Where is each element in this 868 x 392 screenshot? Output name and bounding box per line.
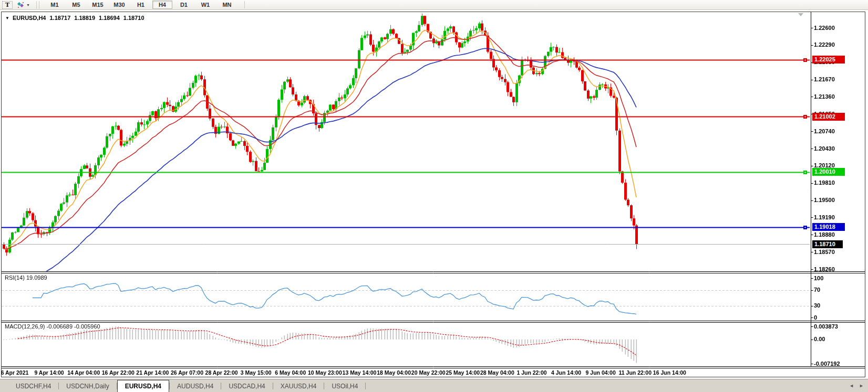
crayons-icon [17, 2, 25, 8]
symbol-dropdown-icon[interactable]: ▼ [5, 16, 9, 20]
tabs-scroll-left-button[interactable]: ◄ [849, 383, 854, 389]
toolbar-separator [244, 1, 245, 8]
chart-tab-usdcnh-daily[interactable]: USDCNH,Daily [59, 381, 116, 392]
chart-tab-bar: USDCHF,H4USDCNH,DailyEURUSD,H4AUDUSD,H4U… [0, 379, 868, 392]
timeframe-button-h1[interactable]: H1 [131, 1, 151, 9]
chart-title: ▼ EURUSD,H4 1.18717 1.18819 1.18694 1.18… [5, 15, 144, 21]
ohlc-close: 1.18710 [123, 15, 144, 21]
dropdown-arrow-icon: ▼ [26, 3, 30, 7]
ohlc-high: 1.18819 [74, 15, 95, 21]
price-level-label[interactable]: 1.22025 [812, 56, 845, 63]
chart-tab-audusd-h4[interactable]: AUDUSD,H4 [170, 381, 221, 392]
chart-tab-usdcad-h4[interactable]: USDCAD,H4 [221, 381, 272, 392]
ohlc-low: 1.18694 [99, 15, 120, 21]
mt4-terminal: T ▼ M1M5M15M30H1H4D1W1MN ▼ EURUSD,H4 1.1… [0, 0, 868, 392]
timeframe-button-h4[interactable]: H4 [152, 1, 172, 9]
timeframe-button-m5[interactable]: M5 [66, 1, 86, 9]
symbol-label: EURUSD,H4 [13, 15, 46, 21]
timeframe-button-d1[interactable]: D1 [174, 1, 194, 9]
toolbar: T ▼ M1M5M15M30H1H4D1W1MN [0, 0, 868, 10]
price-level-label[interactable]: 1.19018 [812, 223, 845, 231]
price-axis[interactable] [812, 12, 868, 366]
price-level-label[interactable]: 1.21002 [812, 113, 845, 121]
text-tool-button[interactable]: T [2, 1, 13, 9]
chart-tab-usdchf-h4[interactable]: USDCHF,H4 [8, 381, 58, 392]
macd-indicator-label: MACD(12,26,9) -0.006689 -0.005960 [5, 323, 100, 330]
tabs-scroll-right-button[interactable]: ► [859, 383, 864, 389]
chart-shift-marker-icon[interactable] [798, 13, 803, 16]
chart-window: ▼ EURUSD,H4 1.18717 1.18819 1.18694 1.18… [1, 12, 865, 377]
ohlc-open: 1.18717 [50, 15, 71, 21]
price-chart-canvas[interactable] [2, 12, 865, 377]
timeframe-button-m15[interactable]: M15 [88, 1, 108, 9]
timeframe-button-m30[interactable]: M30 [109, 1, 129, 9]
price-level-label[interactable]: 1.20010 [812, 168, 845, 176]
toolbar-grip[interactable] [36, 2, 39, 8]
chart-colors-button[interactable]: ▼ [17, 2, 30, 8]
timeframe-toolbar: M1M5M15M30H1H4D1W1MN [45, 1, 237, 9]
rsi-indicator-label: RSI(14) 19.0989 [5, 274, 47, 281]
timeframe-button-w1[interactable]: W1 [195, 1, 215, 9]
tab-separator [365, 383, 366, 389]
chart-tab-eurusd-h4[interactable]: EURUSD,H4 [117, 380, 169, 392]
timeframe-button-m1[interactable]: M1 [45, 1, 65, 9]
time-axis[interactable] [2, 367, 811, 377]
chart-tab-usoil-h4[interactable]: USOil,H4 [324, 381, 365, 392]
timeframe-button-mn[interactable]: MN [217, 1, 237, 9]
chart-tabs: USDCHF,H4USDCNH,DailyEURUSD,H4AUDUSD,H4U… [8, 379, 366, 392]
chart-tab-xauusd-h4[interactable]: XAUUSD,H4 [273, 381, 324, 392]
tab-scroll-controls: ◄ ► [849, 383, 864, 389]
